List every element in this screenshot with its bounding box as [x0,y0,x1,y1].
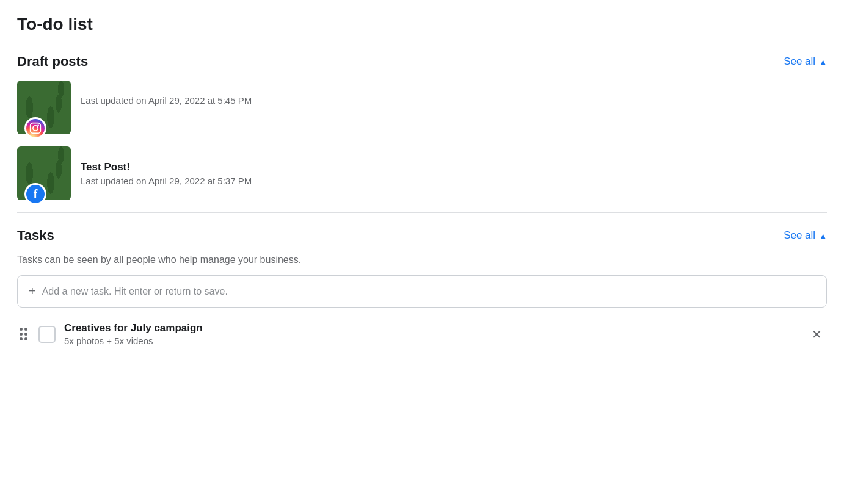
post-meta-2: Last updated on April 29, 2022 at 5:37 P… [81,176,252,186]
post-meta-1: Last updated on April 29, 2022 at 5:45 P… [81,95,252,106]
draft-posts-header: Draft posts See all ▲ [17,54,827,70]
task-content-1: Creatives for July campaign 5x photos + … [64,322,798,346]
drag-dot [24,337,27,340]
post-thumbnail-wrap-1 [17,81,71,134]
draft-post-item-1[interactable]: Last updated on April 29, 2022 at 5:45 P… [17,81,827,134]
drag-dots-row-mid [20,333,27,336]
drag-dot [24,333,27,336]
draft-posts-section: Draft posts See all ▲ Last updated on Ap… [17,54,827,200]
add-task-input-area[interactable]: + Add a new task. Hit enter or return to… [17,275,827,308]
task-title-1: Creatives for July campaign [64,322,798,334]
post-info-1: Last updated on April 29, 2022 at 5:45 P… [81,81,252,106]
page-title: To-do list [17,15,827,34]
drag-dots-row-bot [20,337,27,340]
post-info-2: Test Post! Last updated on April 29, 202… [81,146,252,186]
tasks-chevron-up-icon: ▲ [819,231,827,240]
draft-post-item-2[interactable]: f Test Post! Last updated on April 29, 2… [17,146,827,200]
tasks-header: Tasks See all ▲ [17,228,827,243]
tasks-see-all-label: See all [784,229,815,242]
draft-posts-see-all-label: See all [784,56,815,68]
task-drag-handle-1[interactable] [17,325,30,343]
task-checkbox-1[interactable] [38,326,56,343]
svg-point-1 [33,126,38,131]
close-icon: ✕ [812,328,822,341]
svg-point-2 [37,124,39,126]
drag-dot [20,328,23,331]
drag-dot [24,328,27,331]
tasks-title: Tasks [17,228,54,243]
draft-posts-title: Draft posts [17,54,88,70]
drag-dot [20,333,23,336]
facebook-badge-2: f [24,183,46,205]
add-task-plus-icon: + [29,284,36,298]
post-title-2: Test Post! [81,161,252,173]
drag-dots-row-top [20,328,27,331]
add-task-placeholder-text: Add a new task. Hit enter or return to s… [42,286,228,297]
tasks-section: Tasks See all ▲ Tasks can be seen by all… [17,228,827,346]
post-thumbnail-wrap-2: f [17,146,71,200]
instagram-badge-1 [24,117,46,139]
task-delete-button-1[interactable]: ✕ [807,326,827,343]
tasks-see-all-button[interactable]: See all ▲ [784,229,827,242]
task-subtitle-1: 5x photos + 5x videos [64,336,798,346]
facebook-letter: f [34,187,38,201]
draft-posts-see-all-button[interactable]: See all ▲ [784,56,827,68]
section-divider [17,212,827,213]
tasks-description: Tasks can be seen by all people who help… [17,254,827,265]
svg-rect-0 [31,123,41,134]
draft-posts-chevron-up-icon: ▲ [819,57,827,67]
drag-dot [20,337,23,340]
task-item-1: Creatives for July campaign 5x photos + … [17,322,827,346]
